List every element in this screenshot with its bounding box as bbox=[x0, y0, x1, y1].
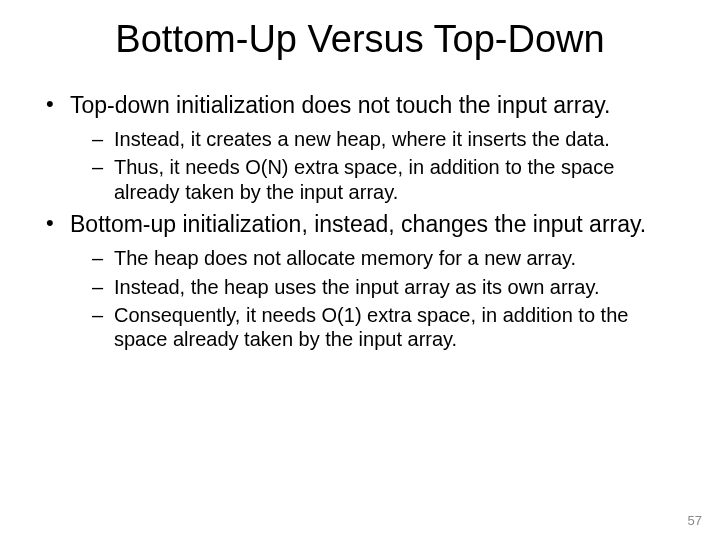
list-item: The heap does not allocate memory for a … bbox=[92, 246, 680, 270]
slide-content: Top-down initialization does not touch t… bbox=[40, 91, 680, 352]
bullet-text: Top-down initialization does not touch t… bbox=[70, 92, 610, 118]
bullet-text: Bottom-up initialization, instead, chang… bbox=[70, 211, 646, 237]
sub-bullet-text: Instead, it creates a new heap, where it… bbox=[114, 128, 610, 150]
slide-number: 57 bbox=[688, 513, 702, 528]
list-item: Top-down initialization does not touch t… bbox=[40, 91, 680, 204]
sub-bullet-text: The heap does not allocate memory for a … bbox=[114, 247, 576, 269]
slide-title: Bottom-Up Versus Top-Down bbox=[40, 18, 680, 61]
list-item: Bottom-up initialization, instead, chang… bbox=[40, 210, 680, 352]
list-item: Instead, the heap uses the input array a… bbox=[92, 275, 680, 299]
list-item: Instead, it creates a new heap, where it… bbox=[92, 127, 680, 151]
bullet-list: Top-down initialization does not touch t… bbox=[40, 91, 680, 352]
slide: Bottom-Up Versus Top-Down Top-down initi… bbox=[0, 0, 720, 540]
sub-bullet-text: Consequently, it needs O(1) extra space,… bbox=[114, 304, 628, 350]
list-item: Thus, it needs O(N) extra space, in addi… bbox=[92, 155, 680, 204]
sub-bullet-text: Instead, the heap uses the input array a… bbox=[114, 276, 599, 298]
sub-bullet-list: Instead, it creates a new heap, where it… bbox=[70, 127, 680, 204]
sub-bullet-list: The heap does not allocate memory for a … bbox=[70, 246, 680, 352]
sub-bullet-text: Thus, it needs O(N) extra space, in addi… bbox=[114, 156, 614, 202]
list-item: Consequently, it needs O(1) extra space,… bbox=[92, 303, 680, 352]
